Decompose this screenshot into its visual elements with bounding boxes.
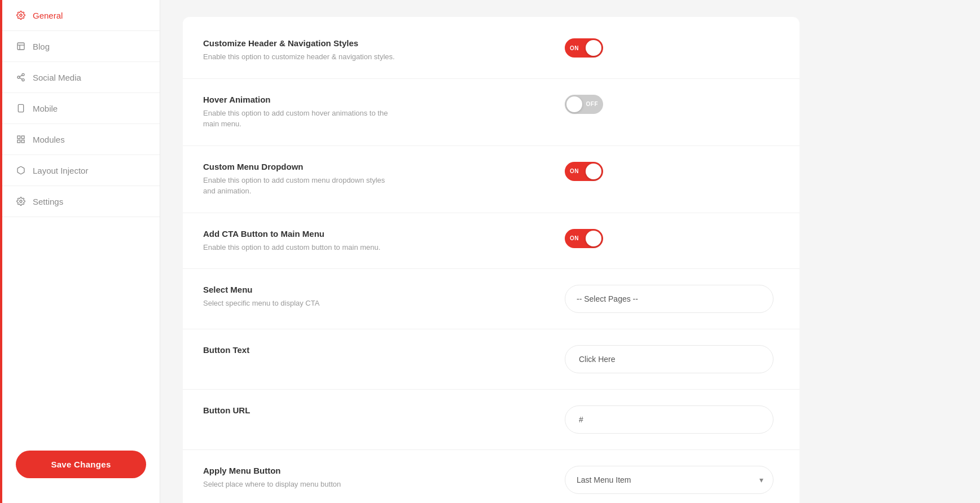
toggle-hover-animation[interactable]: OFF xyxy=(565,95,603,114)
svg-point-15 xyxy=(20,200,22,202)
svg-rect-12 xyxy=(21,136,24,139)
mobile-icon xyxy=(16,103,26,113)
save-changes-button[interactable]: Save Changes xyxy=(16,451,146,478)
setting-row-select-menu: Select Menu Select specific menu to disp… xyxy=(183,269,799,329)
svg-point-6 xyxy=(22,79,24,81)
sidebar-label-general: General xyxy=(33,11,63,20)
setting-info-button-url: Button URL xyxy=(203,405,565,418)
toggle-wrapper-custom-menu-dropdown: ON xyxy=(565,162,603,181)
toggle-track-hover-animation: OFF xyxy=(565,95,603,114)
select-wrapper-select-menu: -- Select Pages -- xyxy=(565,285,774,313)
setting-label-button-text: Button Text xyxy=(203,345,542,355)
setting-desc-customize-header: Enable this option to customize header &… xyxy=(203,51,395,63)
setting-control-select-menu: -- Select Pages -- xyxy=(565,285,779,313)
svg-rect-11 xyxy=(17,136,20,139)
setting-row-hover-animation: Hover Animation Enable this option to ad… xyxy=(183,79,799,146)
right-panel xyxy=(822,0,980,503)
setting-label-select-menu: Select Menu xyxy=(203,285,542,294)
setting-row-apply-menu-button: Apply Menu Button Select place where to … xyxy=(183,450,799,503)
setting-info-button-text: Button Text xyxy=(203,345,565,358)
setting-info-customize-header: Customize Header & Navigation Styles Ena… xyxy=(203,38,565,63)
setting-desc-custom-menu-dropdown: Enable this option to add custom menu dr… xyxy=(203,175,395,197)
setting-label-hover-animation: Hover Animation xyxy=(203,95,542,104)
toggle-off-label: OFF xyxy=(586,101,599,107)
setting-desc-apply-menu-button: Select place where to display menu butto… xyxy=(203,479,395,490)
setting-label-apply-menu-button: Apply Menu Button xyxy=(203,466,542,475)
blog-icon xyxy=(16,41,26,51)
svg-point-5 xyxy=(17,76,20,78)
toggle-thumb-hover-animation xyxy=(566,96,582,112)
svg-line-8 xyxy=(20,75,23,77)
sidebar-label-blog: Blog xyxy=(33,42,50,51)
social-media-icon xyxy=(16,72,26,82)
setting-desc-add-cta-button: Enable this option to add custom button … xyxy=(203,242,395,253)
general-icon xyxy=(16,10,26,20)
sidebar-item-blog[interactable]: Blog xyxy=(2,31,160,62)
setting-control-customize-header: ON xyxy=(565,38,779,58)
setting-row-custom-menu-dropdown: Custom Menu Dropdown Enable this option … xyxy=(183,146,799,213)
save-btn-container: Save Changes xyxy=(2,437,160,492)
sidebar: General Blog Social Media Mobile Modules… xyxy=(2,0,160,503)
modules-icon xyxy=(16,134,26,144)
sidebar-item-settings[interactable]: Settings xyxy=(2,186,160,217)
setting-info-select-menu: Select Menu Select specific menu to disp… xyxy=(203,285,565,309)
setting-desc-select-menu: Select specific menu to display CTA xyxy=(203,298,395,309)
svg-rect-9 xyxy=(18,104,23,112)
setting-control-button-text xyxy=(565,345,779,373)
toggle-track-custom-menu-dropdown: ON xyxy=(565,162,603,181)
main-content: Customize Header & Navigation Styles Ena… xyxy=(160,0,822,503)
setting-row-customize-header: Customize Header & Navigation Styles Ena… xyxy=(183,23,799,79)
setting-info-apply-menu-button: Apply Menu Button Select place where to … xyxy=(203,466,565,490)
select-apply-menu-button[interactable]: Last Menu ItemFirst Menu Item xyxy=(565,466,774,494)
setting-control-custom-menu-dropdown: ON xyxy=(565,162,779,181)
setting-control-apply-menu-button: Last Menu ItemFirst Menu Item ▾ xyxy=(565,466,779,494)
sidebar-item-layout-injector[interactable]: Layout Injector xyxy=(2,155,160,186)
input-button-url[interactable] xyxy=(565,405,774,434)
svg-line-7 xyxy=(20,78,23,80)
setting-info-hover-animation: Hover Animation Enable this option to ad… xyxy=(203,95,565,130)
sidebar-item-social-media[interactable]: Social Media xyxy=(2,62,160,93)
toggle-custom-menu-dropdown[interactable]: ON xyxy=(565,162,603,181)
settings-icon xyxy=(16,196,26,206)
setting-control-add-cta-button: ON xyxy=(565,229,779,248)
svg-point-0 xyxy=(20,14,22,16)
sidebar-label-settings: Settings xyxy=(33,197,63,206)
setting-info-custom-menu-dropdown: Custom Menu Dropdown Enable this option … xyxy=(203,162,565,197)
toggle-thumb-add-cta-button xyxy=(586,231,601,246)
setting-desc-hover-animation: Enable this option to add custom hover a… xyxy=(203,108,395,130)
toggle-on-label: ON xyxy=(570,168,579,174)
toggle-customize-header[interactable]: ON xyxy=(565,38,603,58)
toggle-thumb-custom-menu-dropdown xyxy=(586,164,601,179)
toggle-track-add-cta-button: ON xyxy=(565,229,603,248)
layout-injector-icon xyxy=(16,165,26,175)
toggle-on-label: ON xyxy=(570,45,579,51)
sidebar-item-general[interactable]: General xyxy=(2,0,160,31)
toggle-add-cta-button[interactable]: ON xyxy=(565,229,603,248)
sidebar-nav: General Blog Social Media Mobile Modules… xyxy=(2,0,160,437)
toggle-thumb-customize-header xyxy=(586,40,601,56)
sidebar-label-layout-injector: Layout Injector xyxy=(33,166,88,175)
select-wrapper-apply-menu-button: Last Menu ItemFirst Menu Item ▾ xyxy=(565,466,774,494)
setting-row-button-text: Button Text xyxy=(183,329,799,390)
sidebar-label-mobile: Mobile xyxy=(33,104,58,113)
svg-rect-1 xyxy=(17,43,24,50)
select-select-menu[interactable]: -- Select Pages -- xyxy=(565,285,774,313)
setting-row-add-cta-button: Add CTA Button to Main Menu Enable this … xyxy=(183,213,799,270)
setting-control-hover-animation: OFF xyxy=(565,95,779,114)
setting-info-add-cta-button: Add CTA Button to Main Menu Enable this … xyxy=(203,229,565,253)
sidebar-label-modules: Modules xyxy=(33,135,65,144)
svg-point-4 xyxy=(22,73,24,76)
toggle-on-label: ON xyxy=(570,235,579,241)
toggle-wrapper-add-cta-button: ON xyxy=(565,229,603,248)
setting-label-add-cta-button: Add CTA Button to Main Menu xyxy=(203,229,542,239)
sidebar-item-modules[interactable]: Modules xyxy=(2,124,160,155)
sidebar-label-social-media: Social Media xyxy=(33,73,81,82)
settings-panel: Customize Header & Navigation Styles Ena… xyxy=(183,17,799,503)
setting-label-button-url: Button URL xyxy=(203,405,542,415)
setting-row-button-url: Button URL xyxy=(183,390,799,450)
toggle-track-customize-header: ON xyxy=(565,38,603,58)
setting-control-button-url xyxy=(565,405,779,434)
setting-label-custom-menu-dropdown: Custom Menu Dropdown xyxy=(203,162,542,171)
sidebar-item-mobile[interactable]: Mobile xyxy=(2,93,160,124)
input-button-text[interactable] xyxy=(565,345,774,373)
